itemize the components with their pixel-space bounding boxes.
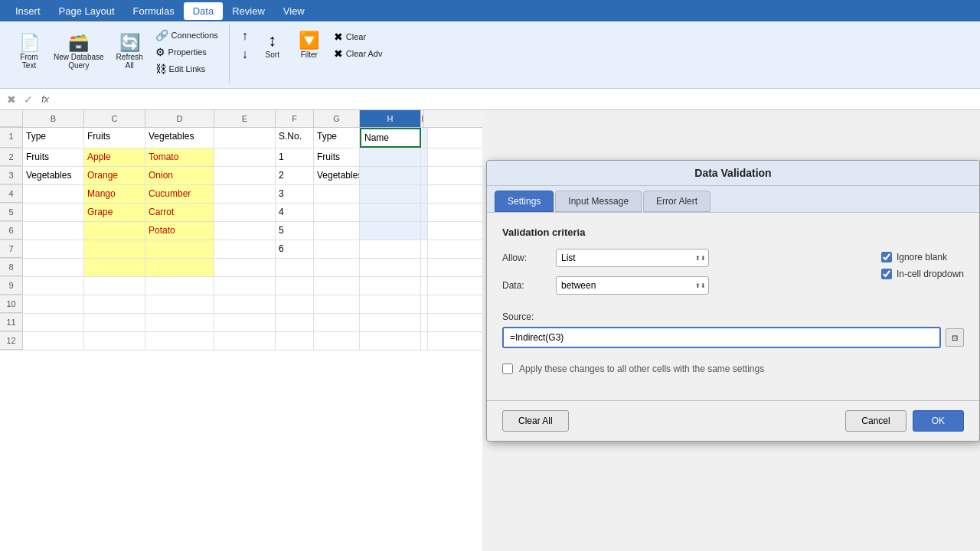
source-section: Source: ⊡ (502, 311, 964, 348)
sort-button[interactable]: ↕ Sort (256, 30, 289, 61)
sort-icon: ↕ (268, 32, 276, 49)
checkbox-group: Ignore blank In-cell dropdown (881, 252, 964, 279)
ribbon: 📄 FromText 🗃️ New DatabaseQuery 🔄 Refres… (0, 21, 980, 89)
filter-button[interactable]: 🔽 Filter (292, 30, 326, 61)
menu-item-view[interactable]: View (274, 2, 314, 20)
cancel-formula-icon[interactable]: ✖ (5, 93, 18, 106)
from-text-icon: 📄 (19, 34, 40, 51)
menu-item-review[interactable]: Review (223, 2, 274, 20)
in-cell-dropdown-label: In-cell dropdown (897, 269, 964, 279)
menu-item-data[interactable]: Data (184, 2, 223, 20)
source-row: ⊡ (502, 327, 964, 348)
new-database-query-label: New DatabaseQuery (54, 53, 104, 70)
source-ref-button[interactable]: ⊡ (946, 328, 964, 347)
cancel-button[interactable]: Cancel (845, 410, 906, 432)
ribbon-group-sort-filter: ↑ ↓ ↕ Sort 🔽 Filter ✖ Clear ✖ (231, 24, 394, 83)
sort-desc-button[interactable]: ↓ (237, 46, 253, 63)
clear-adv-button[interactable]: ✖ Clear Adv (329, 46, 387, 61)
new-database-query-icon: 🗃️ (68, 34, 89, 51)
ignore-blank-checkbox[interactable] (881, 252, 892, 262)
sort-asc-button[interactable]: ↑ (237, 28, 253, 44)
source-input[interactable] (502, 327, 941, 348)
sort-arrows: ↑ ↓ (237, 28, 253, 63)
clear-label: Clear (346, 32, 366, 41)
main-area: B C D E F G H I 1 Type Fruits Vegetables… (0, 110, 980, 551)
menu-item-formulas[interactable]: Formulas (124, 2, 184, 20)
ignore-blank-checkbox-item: Ignore blank (881, 252, 964, 262)
connections-button[interactable]: 🔗 Connections (151, 28, 223, 43)
apply-changes-row: Apply these changes to all other cells w… (502, 364, 964, 374)
from-text-button[interactable]: 📄 FromText (12, 32, 46, 72)
tab-input-message[interactable]: Input Message (555, 191, 642, 212)
apply-changes-label: Apply these changes to all other cells w… (519, 364, 764, 374)
formula-input[interactable] (55, 94, 975, 105)
confirm-formula-icon[interactable]: ✓ (21, 93, 35, 106)
refresh-all-button[interactable]: 🔄 RefreshAll (112, 32, 148, 72)
allow-row: Allow: List Any value Whole number Decim… (502, 249, 881, 267)
data-validation-dialog: Data Validation Settings Input Message E… (486, 160, 980, 442)
sort-desc-icon: ↓ (242, 47, 248, 61)
in-cell-dropdown-checkbox[interactable] (881, 269, 892, 279)
dialog-body: Validation criteria Allow: List Any valu… (487, 213, 979, 400)
source-label: Source: (502, 311, 964, 322)
clear-all-button[interactable]: Clear All (502, 410, 569, 432)
filter-icon: 🔽 (299, 32, 319, 49)
clear-adv-icon: ✖ (334, 47, 343, 60)
ribbon-small-stack-2: ✖ Clear ✖ Clear Adv (329, 29, 387, 61)
data-select[interactable]: between not between equal to not equal t… (556, 276, 709, 295)
ok-button[interactable]: OK (913, 410, 964, 432)
tab-settings[interactable]: Settings (495, 191, 554, 212)
clear-adv-label: Clear Adv (346, 49, 383, 58)
dialog-footer: Clear All Cancel OK (487, 400, 979, 441)
edit-links-icon: ⛓ (155, 63, 166, 75)
sort-label: Sort (266, 51, 279, 59)
allow-select[interactable]: List Any value Whole number Decimal Date… (556, 249, 709, 267)
menu-bar: Insert Page Layout Formulas Data Review … (0, 0, 980, 21)
data-label: Data: (502, 280, 548, 291)
apply-changes-checkbox[interactable] (502, 364, 513, 374)
data-select-wrapper: between not between equal to not equal t… (556, 276, 709, 295)
filter-label: Filter (301, 51, 318, 59)
ignore-blank-label: Ignore blank (897, 252, 947, 262)
clear-icon: ✖ (334, 31, 343, 43)
ribbon-buttons-row-1: 📄 FromText 🗃️ New DatabaseQuery 🔄 Refres… (12, 28, 223, 77)
dialog-overlay: Data Validation Settings Input Message E… (0, 110, 980, 551)
footer-right-buttons: Cancel OK (845, 410, 964, 432)
fx-icon[interactable]: fx (38, 93, 52, 105)
properties-button[interactable]: ⚙ Properties (151, 44, 223, 60)
from-text-label: FromText (20, 53, 38, 70)
menu-item-insert[interactable]: Insert (6, 2, 50, 20)
refresh-all-label: RefreshAll (116, 53, 143, 70)
clear-button[interactable]: ✖ Clear (329, 29, 387, 44)
validation-criteria-title: Validation criteria (502, 227, 964, 238)
formula-bar: ✖ ✓ fx (0, 89, 980, 110)
new-database-query-button[interactable]: 🗃️ New DatabaseQuery (49, 32, 109, 72)
properties-label: Properties (168, 47, 207, 57)
ribbon-group-external-data: 📄 FromText 🗃️ New DatabaseQuery 🔄 Refres… (6, 24, 230, 83)
edit-links-label: Edit Links (169, 64, 206, 73)
edit-links-button[interactable]: ⛓ Edit Links (151, 61, 223, 77)
in-cell-dropdown-checkbox-item: In-cell dropdown (881, 269, 964, 279)
refresh-all-icon: 🔄 (119, 34, 140, 51)
ribbon-small-stack-1: 🔗 Connections ⚙ Properties ⛓ Edit Links (151, 28, 223, 77)
properties-icon: ⚙ (155, 46, 165, 58)
sort-asc-icon: ↑ (242, 29, 248, 43)
connections-label: Connections (172, 31, 218, 40)
dialog-title: Data Validation (487, 161, 979, 186)
allow-select-wrapper: List Any value Whole number Decimal Date… (556, 249, 709, 267)
data-row: Data: between not between equal to not e… (502, 276, 881, 295)
menu-item-page-layout[interactable]: Page Layout (50, 2, 124, 20)
ribbon-buttons-row-2: ↑ ↓ ↕ Sort 🔽 Filter ✖ Clear ✖ (237, 28, 387, 63)
tab-error-alert[interactable]: Error Alert (643, 191, 710, 212)
dialog-tabs: Settings Input Message Error Alert (487, 186, 979, 213)
source-input-wrap (502, 327, 941, 348)
connections-icon: 🔗 (155, 29, 168, 41)
allow-label: Allow: (502, 253, 548, 263)
